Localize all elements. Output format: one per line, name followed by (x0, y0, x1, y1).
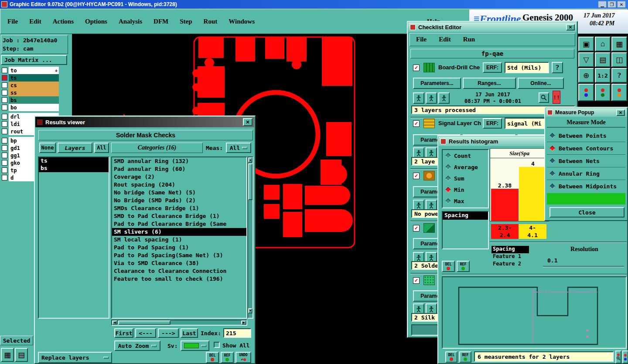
category-item[interactable]: Via to SMD Clearance (38) (112, 259, 246, 267)
layer-row[interactable]: cs (2, 82, 59, 89)
undo-button[interactable]: UNDO↶ (236, 352, 251, 363)
stat-option[interactable]: Max (443, 195, 488, 207)
stat-option-selected[interactable]: Min (443, 184, 488, 195)
category-item[interactable]: Clearance to Clearance Connection (112, 267, 246, 275)
run-action-button[interactable] (426, 92, 437, 104)
measure-option[interactable]: Annular Ring (547, 167, 625, 180)
compare-layers-button[interactable] (578, 84, 594, 101)
measure-option[interactable]: Between Points (547, 129, 625, 142)
filter-layers-button[interactable]: Layers (58, 143, 92, 153)
minimize-button[interactable]: ▁ (598, 1, 607, 8)
layer-name[interactable]: bo (9, 104, 59, 111)
alert-button[interactable]: !! (553, 91, 560, 104)
category-item[interactable]: SMD to Pad Clearance Bridge (1) (112, 212, 246, 220)
delete-button[interactable]: DEL (445, 351, 457, 363)
menu-windows[interactable]: Windows (229, 18, 255, 25)
layer-name[interactable]: ts (9, 74, 59, 82)
layer-checkbox[interactable] (2, 129, 7, 134)
scroll-down-arrow[interactable]: ▼ (248, 308, 253, 313)
measure-type-list[interactable]: Spacing (442, 211, 489, 249)
menu-file[interactable]: File (7, 18, 18, 25)
online-button[interactable]: Online... (518, 78, 564, 89)
menu-edit[interactable]: Edit (29, 18, 41, 25)
layer-checkbox[interactable] (2, 68, 7, 73)
detail-row[interactable]: Feature 1 (491, 253, 529, 261)
reference-button[interactable]: REF (457, 261, 470, 272)
measure-option-selected[interactable]: Between Contours (547, 142, 625, 155)
measure-preview-canvas[interactable] (442, 276, 627, 349)
menu-options[interactable]: Options (85, 18, 107, 25)
category-item[interactable]: SMDs Clearance Bridge (1) (112, 204, 246, 212)
home-button[interactable]: ⌂ (595, 37, 611, 51)
target-measure-button[interactable] (622, 350, 628, 364)
profile-view-button[interactable]: ▤ (15, 348, 28, 362)
checklist-menu-file[interactable]: File (416, 36, 427, 43)
stat-option[interactable]: Average (443, 161, 488, 173)
category-item[interactable]: No Bridge (SMD Pads) (2) (112, 197, 246, 204)
category-item[interactable]: Pad annular Ring (60) (112, 165, 246, 173)
zoom-button[interactable]: ⊕ (578, 68, 594, 83)
scroll-thumb[interactable] (118, 320, 171, 325)
layer-checkbox[interactable] (2, 167, 7, 173)
reference-sel-button[interactable] (595, 84, 611, 101)
job-matrix-button[interactable]: Job Matrix ... (1, 55, 67, 65)
filter-none-button[interactable]: None (39, 143, 56, 153)
check-row-checkbox[interactable]: ✓ (413, 225, 420, 231)
delete-button[interactable]: DEL (206, 352, 219, 363)
close-button[interactable]: ✕ (617, 1, 626, 8)
affect-sel-button[interactable] (611, 84, 627, 101)
menu-analysis[interactable]: Analysis (119, 18, 142, 25)
layer-name[interactable]: to+ (9, 67, 59, 74)
check-row-checkbox[interactable]: ✓ (413, 173, 420, 179)
list-item[interactable]: ts (39, 157, 109, 165)
os-titlebar[interactable]: Graphic Editor 9.07b2 (00@HY-HYCAM-PC091… (0, 0, 628, 9)
category-item[interactable]: Pad to Pad Spacing (1) (112, 244, 246, 252)
category-item[interactable]: Pad to Pad Clearance Bridge (Same (112, 220, 246, 228)
nav-last-button[interactable]: Last (181, 328, 198, 338)
scroll-thumb[interactable] (248, 163, 253, 200)
check-row-checkbox[interactable]: ✓ (413, 120, 420, 127)
scroll-left-arrow[interactable]: ◀ (112, 320, 117, 325)
scale-button[interactable]: 1:2 (595, 68, 611, 83)
layer-checkbox[interactable] (2, 114, 7, 119)
ranges-button[interactable]: Ranges... (463, 78, 516, 89)
layers-view-button[interactable]: ▦ (1, 348, 14, 362)
filter-all-button[interactable]: All (94, 143, 109, 153)
category-item[interactable]: No bridge (Same Net) (5) (112, 189, 246, 197)
menu-step[interactable]: Step (180, 18, 192, 25)
results-viewer-titlebar[interactable]: Results viewer ✕ (35, 117, 254, 127)
checklist-menu-edit[interactable]: Edit (439, 36, 451, 43)
detail-row-selected[interactable]: Spacing (491, 246, 529, 253)
filter-button[interactable]: ▽ (578, 52, 594, 67)
nav-prev-button[interactable]: <--- (135, 328, 156, 338)
menu-dfm[interactable]: DFM (154, 18, 168, 25)
list-item[interactable]: bs (39, 165, 109, 172)
layer-name[interactable]: bs (9, 96, 59, 104)
reference-button[interactable]: REF (459, 351, 471, 363)
nav-next-button[interactable]: ---> (158, 328, 179, 338)
magnifier-button[interactable] (539, 92, 549, 103)
layer-row[interactable]: ts (2, 74, 59, 82)
checklist-menu-run[interactable]: Run (463, 36, 475, 43)
layer-checkbox[interactable] (2, 175, 7, 180)
menu-actions[interactable]: Actions (53, 18, 74, 25)
layer-row[interactable]: ss (2, 89, 59, 96)
erf-value-field[interactable]: Std (Mils) (505, 62, 549, 73)
layer-checkbox[interactable] (2, 145, 7, 151)
delete-button[interactable]: DEL (442, 261, 455, 272)
layer-row[interactable]: bo (2, 104, 59, 111)
zoom-measure-button[interactable] (615, 350, 621, 364)
erf-button[interactable]: ERF: (483, 118, 502, 129)
meas-dropdown[interactable]: All (226, 143, 251, 153)
layer-row[interactable]: to+ (2, 67, 59, 74)
categories-list[interactable]: SMD annular Ring (132) Pad annular Ring … (111, 156, 247, 319)
category-item[interactable]: Pad to Pad Spacing(Same Net) (3) (112, 252, 246, 259)
index-field[interactable]: 215 (223, 328, 251, 338)
layer-checkbox[interactable] (2, 97, 7, 103)
check-row-checkbox[interactable]: ✓ (413, 277, 420, 284)
category-item[interactable]: SMD annular Ring (132) (112, 157, 246, 165)
layer-checkbox[interactable] (2, 153, 7, 158)
layer-checkbox[interactable] (2, 90, 7, 95)
run-action-button[interactable] (413, 92, 424, 104)
checklist-close-button[interactable]: ✕ (566, 24, 575, 31)
